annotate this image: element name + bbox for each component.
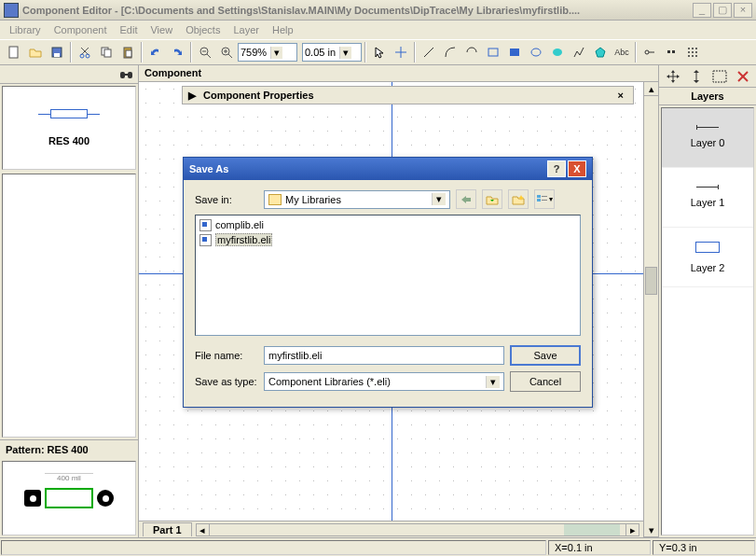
- scroll-left-icon[interactable]: ◂: [197, 524, 210, 535]
- library-list[interactable]: [2, 174, 136, 438]
- h-scrollbar[interactable]: ◂ ▸: [196, 523, 639, 536]
- paste-icon[interactable]: [117, 42, 138, 63]
- svg-rect-26: [672, 50, 675, 53]
- ellipse-fill-icon[interactable]: [547, 42, 568, 63]
- preview-label: RES 400: [48, 135, 89, 146]
- select-rect-icon[interactable]: [712, 70, 727, 83]
- pad-left-icon: [24, 490, 41, 507]
- left-panel: RES 400 Pattern: RES 400 400 mil: [0, 65, 139, 537]
- menu-library[interactable]: Library: [4, 22, 47, 37]
- savein-label: Save in:: [195, 194, 258, 205]
- chevron-down-icon[interactable]: ▾: [432, 193, 446, 205]
- svg-rect-20: [510, 49, 519, 56]
- file-item-1[interactable]: myfirstlib.eli: [198, 232, 578, 247]
- scroll-up-icon[interactable]: ▴: [644, 82, 658, 96]
- open-icon[interactable]: [25, 42, 46, 63]
- dialog-titlebar[interactable]: Save As ? X: [184, 158, 592, 180]
- pin-icon[interactable]: [639, 42, 660, 63]
- cut-icon[interactable]: [75, 42, 95, 63]
- svg-point-27: [688, 48, 690, 49]
- layer-item-1[interactable]: Layer 1: [662, 168, 753, 228]
- back-icon[interactable]: [456, 189, 476, 209]
- text-icon[interactable]: Abc: [612, 42, 632, 63]
- redo-icon[interactable]: [167, 42, 187, 63]
- rect-fill-icon[interactable]: [504, 42, 525, 63]
- menu-help[interactable]: Help: [267, 22, 299, 37]
- copy-icon[interactable]: [96, 42, 117, 63]
- layer-item-0[interactable]: Layer 0: [662, 108, 753, 168]
- menu-edit[interactable]: Edit: [115, 22, 144, 37]
- svg-rect-8: [126, 50, 131, 57]
- filename-input[interactable]: myfirstlib.eli: [264, 346, 504, 365]
- layer0-label: Layer 0: [691, 137, 725, 148]
- scroll-down-icon[interactable]: ▾: [644, 523, 658, 537]
- minimize-button[interactable]: _: [693, 3, 711, 18]
- svg-rect-46: [537, 199, 541, 202]
- ellipse-icon[interactable]: [526, 42, 546, 63]
- polygon-icon[interactable]: [590, 42, 611, 63]
- layer-item-2[interactable]: Layer 2: [662, 228, 753, 287]
- svg-rect-2: [54, 53, 60, 57]
- dialog-help-button[interactable]: ?: [547, 160, 566, 177]
- arc-icon[interactable]: [440, 42, 460, 63]
- type-combo[interactable]: Component Libraries (*.eli) ▾: [264, 372, 504, 391]
- svg-line-13: [228, 54, 232, 58]
- chevron-down-icon[interactable]: ▾: [486, 376, 500, 388]
- tab-part1[interactable]: Part 1: [143, 522, 192, 536]
- pointer-icon[interactable]: [369, 42, 390, 63]
- properties-close-icon[interactable]: ×: [614, 90, 627, 101]
- arc2-icon[interactable]: [461, 42, 482, 63]
- file-icon: [199, 219, 212, 231]
- part-tabs: Part 1 ◂ ▸: [139, 521, 643, 537]
- menu-component[interactable]: Component: [48, 22, 113, 37]
- zoom-in-icon[interactable]: [216, 42, 237, 63]
- svg-point-34: [692, 55, 694, 57]
- type-value: Component Libraries (*.eli): [268, 376, 391, 387]
- origin-icon[interactable]: [661, 42, 681, 63]
- save-icon[interactable]: [47, 42, 67, 63]
- polyline-icon[interactable]: [569, 42, 589, 63]
- file-list[interactable]: complib.eli myfirstlib.eli: [195, 215, 581, 336]
- delete-icon[interactable]: [736, 70, 749, 83]
- svg-point-29: [695, 48, 697, 49]
- line-icon[interactable]: [419, 42, 439, 63]
- flip-v-icon[interactable]: [690, 69, 703, 84]
- svg-point-21: [531, 49, 541, 56]
- savein-combo[interactable]: My Libraries ▾: [264, 190, 450, 209]
- v-scrollbar[interactable]: ▴ ▾: [643, 82, 658, 537]
- cancel-button[interactable]: Cancel: [510, 371, 581, 392]
- expand-arrow-icon[interactable]: ▶: [188, 90, 196, 102]
- crosshair-icon[interactable]: [391, 42, 411, 63]
- file-icon: [199, 234, 212, 246]
- file-item-0[interactable]: complib.eli: [198, 217, 578, 232]
- binoculars-icon[interactable]: [119, 68, 134, 81]
- maximize-button[interactable]: ▢: [713, 3, 732, 18]
- layer1-symbol-icon: [696, 187, 719, 188]
- window-title: Component Editor - [C:\Documents and Set…: [22, 5, 693, 16]
- menu-view[interactable]: View: [144, 22, 178, 37]
- new-folder-icon[interactable]: [508, 189, 529, 209]
- footprint-body-icon: [45, 488, 93, 508]
- zoom-select[interactable]: 759%▾: [238, 43, 297, 62]
- undo-icon[interactable]: [145, 42, 166, 63]
- up-folder-icon[interactable]: [482, 189, 502, 209]
- grid-select[interactable]: 0.05 in▾: [302, 43, 362, 62]
- view-menu-icon[interactable]: ▾: [534, 189, 555, 209]
- move-icon[interactable]: [666, 69, 680, 84]
- zoom-out-icon[interactable]: [195, 42, 215, 63]
- grid-icon[interactable]: [682, 42, 703, 63]
- menu-objects[interactable]: Objects: [180, 22, 226, 37]
- svg-point-35: [695, 55, 697, 57]
- resistor-symbol-icon: [50, 109, 88, 118]
- svg-rect-0: [9, 47, 18, 58]
- dialog-close-button[interactable]: X: [568, 160, 586, 177]
- svg-point-23: [645, 50, 649, 54]
- new-icon[interactable]: [4, 42, 24, 63]
- menu-layer[interactable]: Layer: [227, 22, 265, 37]
- close-button[interactable]: ×: [734, 3, 752, 18]
- save-button[interactable]: Save: [510, 345, 581, 366]
- component-properties-bar[interactable]: ▶ Component Properties ×: [182, 86, 634, 104]
- rect-icon[interactable]: [483, 42, 503, 63]
- filename-value: myfirstlib.eli: [268, 350, 322, 361]
- scroll-right-icon[interactable]: ▸: [625, 524, 639, 535]
